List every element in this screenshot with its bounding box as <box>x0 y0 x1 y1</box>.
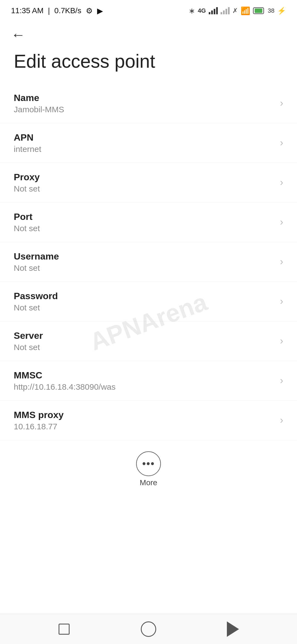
more-label: More <box>140 478 157 487</box>
chevron-right-icon: › <box>280 137 283 149</box>
settings-item-content: MMS proxy10.16.18.77 <box>14 410 274 431</box>
back-button[interactable]: ← <box>0 19 297 45</box>
settings-item-label: Proxy <box>14 172 274 182</box>
settings-item[interactable]: ServerNot set› <box>0 321 297 361</box>
settings-item-label: MMSC <box>14 370 274 381</box>
settings-item-content: ProxyNot set <box>14 172 274 193</box>
settings-item-value: Not set <box>14 303 274 312</box>
settings-item[interactable]: APNinternet› <box>0 123 297 163</box>
settings-item[interactable]: MMSChttp://10.16.18.4:38090/was› <box>0 361 297 401</box>
signal-bars-2-icon <box>221 7 230 14</box>
chevron-right-icon: › <box>280 335 283 347</box>
chevron-right-icon: › <box>280 375 283 386</box>
back-triangle-icon <box>227 621 239 637</box>
settings-item[interactable]: UsernameNot set› <box>0 242 297 282</box>
chevron-right-icon: › <box>280 256 283 268</box>
settings-item-value: 10.16.18.77 <box>14 422 274 431</box>
settings-item[interactable]: ProxyNot set› <box>0 163 297 203</box>
more-dots-icon: ••• <box>142 459 155 469</box>
status-separator: | <box>48 6 50 15</box>
camera-icon: ▶ <box>97 6 103 15</box>
bolt-icon: ⚡ <box>277 7 286 15</box>
settings-item[interactable]: MMS proxy10.16.18.77› <box>0 401 297 440</box>
status-speed: 0.7KB/s <box>54 6 81 15</box>
settings-item-label: Port <box>14 211 274 222</box>
settings-item[interactable]: NameJamobil-MMS› <box>0 84 297 123</box>
settings-icon: ⚙ <box>86 6 93 15</box>
settings-item-value: Not set <box>14 184 274 193</box>
home-circle-icon <box>141 621 156 637</box>
bottom-nav <box>0 614 297 644</box>
wifi-icon: 📶 <box>241 6 250 15</box>
settings-item-value: Not set <box>14 224 274 233</box>
settings-list: NameJamobil-MMS›APNinternet›ProxyNot set… <box>0 84 297 440</box>
page-title: Edit access point <box>0 45 297 84</box>
settings-item-value: Jamobil-MMS <box>14 105 274 114</box>
settings-item-content: APNinternet <box>14 132 274 154</box>
settings-item-value: Not set <box>14 343 274 352</box>
battery-level: 38 <box>268 7 274 14</box>
settings-item-content: ServerNot set <box>14 330 274 352</box>
nav-home-button[interactable] <box>138 618 160 640</box>
chevron-right-icon: › <box>280 414 283 426</box>
status-time: 11:35 AM <box>11 6 43 15</box>
settings-item-label: APN <box>14 132 274 143</box>
settings-item-label: Username <box>14 251 274 262</box>
settings-item-content: MMSChttp://10.16.18.4:38090/was <box>14 370 274 392</box>
chevron-right-icon: › <box>280 296 283 307</box>
signal-4g-icon: 4G <box>198 7 206 14</box>
recents-square-icon <box>59 624 70 635</box>
settings-item-value: http://10.16.18.4:38090/was <box>14 382 274 392</box>
settings-item[interactable]: PortNot set› <box>0 203 297 242</box>
settings-item-content: UsernameNot set <box>14 251 274 273</box>
settings-item-content: PortNot set <box>14 211 274 233</box>
nav-recents-button[interactable] <box>53 618 75 640</box>
chevron-right-icon: › <box>280 216 283 228</box>
chevron-right-icon: › <box>280 97 283 109</box>
settings-item-content: NameJamobil-MMS <box>14 92 274 114</box>
nav-back-button[interactable] <box>222 618 244 640</box>
settings-item-label: Password <box>14 291 274 301</box>
settings-item-label: MMS proxy <box>14 410 274 420</box>
settings-item-content: PasswordNot set <box>14 291 274 312</box>
status-bar: 11:35 AM | 0.7KB/s ⚙ ▶ ∗ 4G ✗ 📶 38 ⚡ <box>0 0 297 19</box>
signal-bars-icon <box>209 7 218 14</box>
more-section[interactable]: ••• More <box>0 440 297 495</box>
settings-item-label: Server <box>14 330 274 341</box>
bluetooth-icon: ∗ <box>189 6 195 15</box>
settings-item-label: Name <box>14 92 274 103</box>
chevron-right-icon: › <box>280 177 283 188</box>
settings-item-value: internet <box>14 144 274 154</box>
signal-cross-icon: ✗ <box>232 7 238 15</box>
settings-item[interactable]: PasswordNot set› <box>0 282 297 321</box>
battery-icon <box>253 7 264 14</box>
settings-item-value: Not set <box>14 263 274 273</box>
back-arrow-icon: ← <box>11 28 25 42</box>
more-button[interactable]: ••• <box>136 451 161 476</box>
